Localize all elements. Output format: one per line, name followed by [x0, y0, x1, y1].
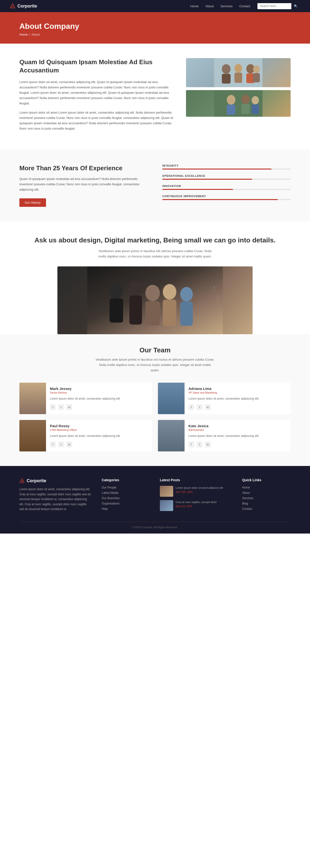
footer-quick-links: Quick Links HomeAboutServicesBlogContact — [242, 478, 290, 515]
quick-link-item-1[interactable]: About — [242, 491, 290, 495]
category-item-4[interactable]: Help — [102, 507, 150, 510]
breadcrumb-separator: / — [29, 33, 30, 36]
instagram-icon[interactable]: in — [66, 404, 72, 410]
breadcrumb-current: About — [31, 33, 40, 36]
category-item-2[interactable]: Our Branches — [102, 496, 150, 500]
team-member-social: f t in — [50, 441, 148, 447]
footer-grid: Corporite Lorem ipsum dolor sit amet, co… — [20, 478, 290, 515]
footer-post-text-1: Cras at nunc sagittis, suscipit dolor Ap… — [176, 500, 232, 507]
svg-point-23 — [145, 285, 160, 301]
about-para-1: Lorem ipsum dolor sit amet, consectetur … — [20, 80, 176, 106]
svg-rect-6 — [235, 73, 242, 83]
svg-point-3 — [222, 64, 230, 74]
footer-post-date: April 2nd, 2020 — [176, 505, 232, 507]
progress-bar-fill — [162, 168, 272, 169]
quick-link-item-3[interactable]: Blog — [242, 502, 290, 505]
search-box: 🔍 — [257, 3, 300, 9]
category-item-0[interactable]: Our People — [102, 486, 150, 489]
quick-link-item-4[interactable]: Contact — [242, 507, 290, 510]
footer-logo: Corporite — [20, 478, 92, 484]
nav-home[interactable]: Home — [190, 4, 199, 8]
nav-about[interactable]: About — [206, 4, 214, 8]
progress-item-2: INNOVATION — [162, 185, 290, 190]
search-button[interactable]: 🔍 — [291, 3, 300, 9]
marketing-image: m e E E E — [57, 267, 253, 334]
team-photo-svg-2 — [186, 90, 290, 117]
progress-bar-fill — [162, 199, 278, 200]
footer-about: Corporite Lorem ipsum dolor sit amet, co… — [20, 478, 92, 515]
category-item-1[interactable]: Latest Media — [102, 491, 150, 495]
svg-point-9 — [253, 65, 260, 73]
categories-title: Categories — [102, 478, 150, 482]
twitter-icon[interactable]: t — [58, 441, 64, 447]
experience-description: Quam id quisquam ipsam molestiae ad eius… — [20, 176, 148, 192]
search-input[interactable] — [257, 3, 291, 9]
facebook-icon[interactable]: f — [188, 404, 194, 410]
page-title: About Company — [20, 22, 290, 31]
logo-icon — [10, 3, 16, 9]
footer-copyright: © 2020 Corporite. All Rights Reserved. — [132, 526, 178, 529]
nav-contact[interactable]: Contact — [239, 4, 250, 8]
team-grid: Mark Jessey Senior Advisor Lorem ipsum d… — [20, 383, 290, 452]
experience-progress: INTEGRITY OPERATIONAL EXCELLENCE INNOVAT… — [162, 164, 290, 205]
svg-rect-15 — [242, 104, 250, 114]
team-card-1: Adriana Lima VP Sales and Marketing Lore… — [158, 383, 290, 414]
hero-banner: About Company Home / About — [0, 12, 310, 43]
instagram-icon[interactable]: in — [205, 441, 211, 447]
quick-link-item-2[interactable]: Services — [242, 496, 290, 500]
svg-rect-26 — [163, 300, 176, 326]
breadcrumb-home[interactable]: Home — [20, 33, 28, 36]
facebook-icon[interactable]: f — [188, 441, 194, 447]
team-member-photo-0 — [20, 383, 46, 414]
svg-text:E E E: E E E — [216, 296, 219, 302]
twitter-icon[interactable]: t — [197, 441, 203, 447]
progress-label: INTEGRITY — [162, 164, 290, 167]
instagram-icon[interactable]: in — [66, 441, 72, 447]
svg-point-14 — [242, 95, 250, 104]
experience-section: More Than 25 Years Of Experience Quam id… — [0, 150, 310, 221]
quick-link-item-0[interactable]: Home — [242, 486, 290, 489]
footer-post-image-1 — [160, 500, 173, 511]
svg-point-27 — [180, 287, 193, 302]
svg-point-25 — [163, 284, 176, 300]
footer-logo-icon — [20, 478, 25, 484]
footer-bottom: © 2020 Corporite. All Rights Reserved. — [20, 522, 290, 529]
team-member-social: f t in — [188, 404, 287, 410]
twitter-icon[interactable]: t — [197, 404, 203, 410]
facebook-icon[interactable]: f — [50, 404, 56, 410]
team-member-bio: Lorem ipsum dolor sit amet, consectetur … — [50, 434, 148, 438]
team-member-name: Paul Rosey — [50, 424, 148, 428]
facebook-icon[interactable]: f — [50, 441, 56, 447]
footer-post-title[interactable]: Lorem ipsum dolor sit amet adipiscin eli… — [176, 486, 232, 490]
category-item-3[interactable]: Organisations — [102, 502, 150, 505]
footer: Corporite Lorem ipsum dolor sit amet, co… — [0, 466, 310, 533]
quick-links-title: Quick Links — [242, 478, 290, 482]
svg-rect-17 — [252, 104, 259, 114]
logo[interactable]: Corporite — [10, 3, 37, 9]
svg-rect-28 — [180, 302, 193, 326]
team-member-bio: Lorem ipsum dolor sit amet, consectetur … — [188, 397, 287, 401]
footer-post-title[interactable]: Cras at nunc sagittis, suscipit dolor — [176, 500, 232, 504]
team-member-role: Chief Marketing Officer — [50, 428, 148, 431]
team-card-inner: Kate Jesica Administrator Lorem ipsum do… — [158, 420, 290, 452]
team-member-bio: Lorem ipsum dolor sit amet, consectetur … — [50, 397, 148, 401]
twitter-icon[interactable]: t — [58, 404, 64, 410]
team-member-photo-2 — [20, 420, 46, 452]
footer-post-0: Lorem ipsum dolor sit amet adipiscin eli… — [160, 486, 232, 497]
footer-logo-text: Corporite — [27, 478, 46, 484]
history-button[interactable]: Our History — [20, 198, 46, 207]
team-member-name: Mark Jessey — [50, 386, 148, 391]
svg-point-19 — [110, 283, 123, 299]
footer-post-text-0: Lorem ipsum dolor sit amet adipiscin eli… — [176, 486, 232, 493]
team-member-info-0: Mark Jessey Senior Advisor Lorem ipsum d… — [46, 383, 152, 414]
team-card-inner: Adriana Lima VP Sales and Marketing Lore… — [158, 383, 290, 414]
categories-list: Our PeopleLatest MediaOur BranchesOrgani… — [102, 486, 150, 510]
nav-services[interactable]: Services — [220, 4, 232, 8]
instagram-icon[interactable]: in — [205, 404, 211, 410]
team-member-role: VP Sales and Marketing — [188, 391, 287, 394]
footer-post-date: April 10th, 2020 — [176, 491, 232, 493]
team-card-0: Mark Jessey Senior Advisor Lorem ipsum d… — [20, 383, 152, 414]
team-member-name: Kate Jesica — [188, 424, 287, 428]
marketing-section: Ask us about design, Digital marketing, … — [0, 221, 310, 335]
breadcrumb: Home / About — [20, 33, 290, 36]
